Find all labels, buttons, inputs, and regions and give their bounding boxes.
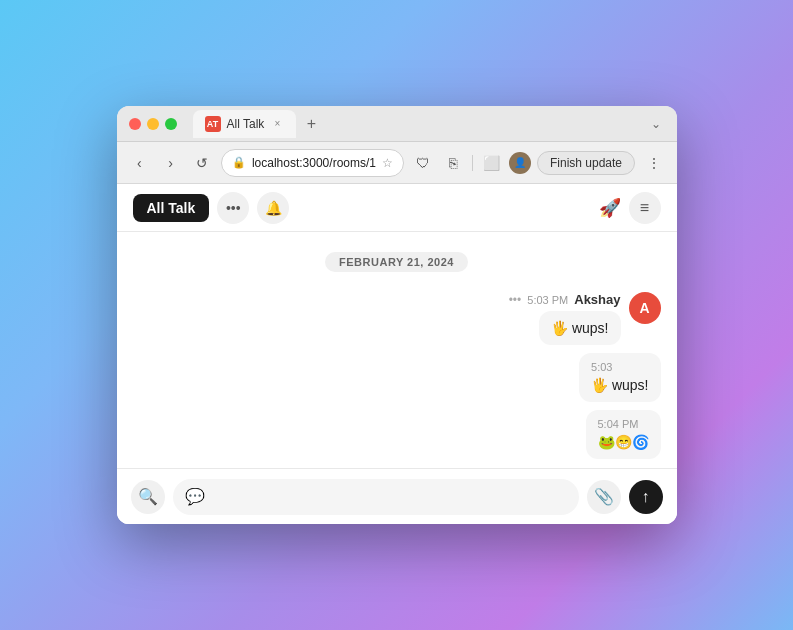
tab-favicon: AT — [205, 116, 221, 132]
tab-dropdown-icon[interactable]: ⌄ — [647, 113, 665, 135]
message-bubble-1: 🖐 wups! — [539, 311, 620, 345]
user-avatar: A — [629, 292, 661, 324]
reload-button[interactable]: ↺ — [189, 150, 214, 176]
lock-icon: 🔒 — [232, 156, 246, 169]
more-options-button[interactable]: ••• — [217, 192, 249, 224]
attachment-button[interactable]: 📎 — [587, 480, 621, 514]
notifications-button[interactable]: 🔔 — [257, 192, 289, 224]
browser-window: AT All Talk × + ⌄ ‹ › ↺ 🔒 localhost:3000… — [117, 106, 677, 524]
header-right: 🚀 ≡ — [599, 192, 661, 224]
close-button[interactable] — [129, 118, 141, 130]
message-content-2: 🖐 wups! — [591, 377, 648, 393]
finish-update-button[interactable]: Finish update — [537, 151, 635, 175]
message-input[interactable] — [213, 489, 567, 505]
minimize-button[interactable] — [147, 118, 159, 130]
message-more-icon[interactable]: ••• — [509, 293, 522, 307]
new-tab-button[interactable]: + — [300, 113, 322, 135]
toolbar: ‹ › ↺ 🔒 localhost:3000/rooms/1 ☆ 🛡 ⎘ ⬜ 👤… — [117, 142, 677, 184]
active-tab[interactable]: AT All Talk × — [193, 110, 297, 138]
chat-container: All Talk ••• 🔔 🚀 ≡ FEBRUARY 21, 2024 — [117, 184, 677, 524]
rocket-logo: 🚀 — [599, 197, 621, 219]
bookmark-icon[interactable]: ☆ — [382, 156, 393, 170]
message-content-3: 🐸😁🌀 — [598, 434, 649, 450]
send-button[interactable]: ↑ — [629, 480, 663, 514]
forward-button[interactable]: › — [158, 150, 183, 176]
message-input-wrapper[interactable]: 💬 — [173, 479, 579, 515]
message-content-1: 🖐 wups! — [551, 320, 608, 336]
finish-update-label: Finish update — [550, 156, 622, 170]
messages-area: FEBRUARY 21, 2024 ••• 5:03 PM Akshay — [117, 232, 677, 468]
title-bar: AT All Talk × + ⌄ — [117, 106, 677, 142]
search-button[interactable]: 🔍 — [131, 480, 165, 514]
maximize-button[interactable] — [165, 118, 177, 130]
message-time-2: 5:03 — [591, 361, 648, 373]
date-divider: FEBRUARY 21, 2024 — [133, 252, 661, 272]
tab-title: All Talk — [227, 117, 265, 131]
message-author: Akshay — [574, 292, 620, 307]
header-icons: ••• 🔔 — [217, 192, 289, 224]
message-group: ••• 5:03 PM Akshay 🖐 wups! A — [133, 292, 661, 459]
hamburger-menu-button[interactable]: ≡ — [629, 192, 661, 224]
browser-more-button[interactable]: ⋮ — [641, 150, 666, 176]
back-button[interactable]: ‹ — [127, 150, 152, 176]
message-time-3: 5:04 PM — [598, 418, 649, 430]
user-avatar-icon[interactable]: 👤 — [509, 152, 531, 174]
message-bubble-3: 5:04 PM 🐸😁🌀 — [586, 410, 661, 459]
toolbar-divider — [472, 155, 473, 171]
date-pill: FEBRUARY 21, 2024 — [325, 252, 468, 272]
tab-area: AT All Talk × + — [193, 110, 639, 138]
tab-close-icon[interactable]: × — [270, 117, 284, 131]
address-bar[interactable]: 🔒 localhost:3000/rooms/1 ☆ — [221, 149, 404, 177]
message-time: 5:03 PM — [527, 294, 568, 306]
profile-icon[interactable]: ⎘ — [440, 150, 466, 176]
traffic-lights — [129, 118, 177, 130]
chat-header: All Talk ••• 🔔 🚀 ≡ — [117, 184, 677, 232]
input-area: 🔍 💬 📎 ↑ — [117, 468, 677, 524]
toolbar-icons: 🛡 ⎘ ⬜ 👤 — [410, 150, 531, 176]
sidebar-icon[interactable]: ⬜ — [479, 150, 505, 176]
url-text: localhost:3000/rooms/1 — [252, 156, 376, 170]
message-meta: ••• 5:03 PM Akshay — [509, 292, 621, 307]
compose-icon: 💬 — [185, 487, 205, 506]
all-talk-button[interactable]: All Talk — [133, 194, 210, 222]
extensions-icon[interactable]: 🛡 — [410, 150, 436, 176]
message-bubble-2: 5:03 🖐 wups! — [579, 353, 660, 402]
